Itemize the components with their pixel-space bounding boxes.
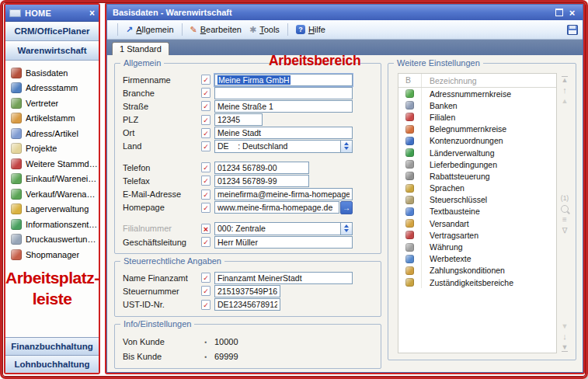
settings-item[interactable]: Vertragsarten <box>398 229 556 241</box>
window-titlebar[interactable]: Basisdaten - Warenwirtschaft <box>107 5 583 20</box>
sidebar-section-lohnbuchhaltung[interactable]: Lohnbuchhaltung <box>5 355 99 373</box>
sidebar-item[interactable]: Artikelstamm <box>5 111 99 127</box>
spinner-icon[interactable] <box>340 223 352 235</box>
filialnummer-select[interactable]: 000: Zentrale <box>214 222 353 235</box>
settings-item[interactable]: Lieferbedingungen <box>398 158 556 170</box>
list-icon[interactable] <box>562 216 567 224</box>
page-up-icon[interactable] <box>562 98 569 105</box>
lieferbedingungen-icon <box>405 160 414 169</box>
telefon-input[interactable] <box>214 162 309 174</box>
menu-bearbeiten[interactable]: Bearbeiten <box>186 23 245 36</box>
sidebar-close-icon[interactable] <box>89 9 95 18</box>
settings-item[interactable]: Textbausteine <box>398 206 556 217</box>
sidebar-bottom-sections: Finanzbuchhaltung Lohnbuchhaltung <box>5 337 99 373</box>
settings-item[interactable]: Werbetexte <box>398 253 556 265</box>
locked-note-icon[interactable] <box>201 224 210 234</box>
sidebar-item[interactable]: Projekte <box>5 141 99 157</box>
edit-note-icon[interactable] <box>201 190 210 200</box>
edit-note-icon[interactable] <box>201 176 210 186</box>
edit-note-icon[interactable] <box>201 273 210 283</box>
sidebar-section-crm-officeplaner[interactable]: CRM/OfficePlaner <box>5 22 99 41</box>
settings-item[interactable]: Rabattsteuerung <box>398 170 556 182</box>
sidebar-item[interactable]: Lagerverwaltung <box>5 202 99 217</box>
sidebar-section-warenwirtschaft[interactable]: Warenwirtschaft <box>5 41 99 61</box>
edit-note-icon[interactable] <box>201 115 210 125</box>
sidebar-item[interactable]: Vertreter <box>5 96 99 111</box>
sidebar: HOME CRM/OfficePlaner Warenwirtschaft Ba… <box>4 3 100 374</box>
branche-input[interactable] <box>214 87 353 99</box>
settings-item[interactable]: Währung <box>398 241 556 252</box>
verkauf-warenausgang-icon <box>11 189 22 200</box>
sidebar-item[interactable]: Informationszentrum <box>5 217 99 232</box>
save-icon[interactable] <box>567 25 578 35</box>
settings-item[interactable]: Zahlungskonditionen <box>398 265 556 276</box>
settings-item[interactable]: Versandart <box>398 217 556 229</box>
sidebar-annotation: Arbeitsplatz- leiste <box>5 267 99 309</box>
restore-glyph <box>555 9 563 16</box>
email-input[interactable] <box>214 188 353 200</box>
search-icon[interactable] <box>561 205 569 213</box>
field-label-bis-kunde: Bis Kunde <box>123 352 201 361</box>
home-icon <box>9 9 21 17</box>
settings-item[interactable]: Zuständigkeitsbereiche <box>398 276 556 288</box>
menu-hilfe[interactable]: Hilfe <box>292 23 329 36</box>
sidebar-item[interactable]: Adressstamm <box>5 81 99 96</box>
ort-input[interactable] <box>214 127 353 139</box>
close-icon[interactable] <box>565 7 579 18</box>
scroll-top-icon[interactable] <box>562 76 569 84</box>
ustid-input[interactable] <box>214 298 280 311</box>
settings-item[interactable]: Filialen <box>398 111 556 123</box>
firmenname-input[interactable]: Meine Firma GmbH <box>214 74 353 86</box>
settings-item[interactable]: Kontenzuordnungen <box>398 135 556 147</box>
sidebar-item[interactable]: Shopmanager <box>5 247 99 263</box>
sidebar-item[interactable]: Druckauswertungen <box>5 232 99 248</box>
sidebar-item[interactable]: Basisdaten <box>5 65 99 81</box>
restore-icon[interactable] <box>552 7 565 18</box>
settings-item[interactable]: Belegnummernkreise <box>398 123 556 135</box>
open-homepage-icon[interactable] <box>340 201 353 214</box>
scroll-bottom-icon[interactable] <box>562 344 569 352</box>
sidebar-item[interactable]: Adress/Artikel <box>5 126 99 141</box>
tab-standard[interactable]: 1 Standard <box>112 42 169 55</box>
telefax-input[interactable] <box>214 175 309 187</box>
settings-item[interactable]: Steuerschlüssel <box>398 194 556 206</box>
filter-icon[interactable] <box>562 227 568 235</box>
settings-item[interactable]: Sprachen <box>398 183 556 194</box>
land-select[interactable]: DE : Deutschland <box>214 140 353 153</box>
sidebar-item[interactable]: Einkauf/Wareneingang <box>5 172 99 187</box>
edit-note-icon[interactable] <box>201 101 210 111</box>
edit-note-icon[interactable] <box>201 162 210 172</box>
edit-note-icon[interactable] <box>201 300 210 310</box>
sidebar-section-finanzbuchhaltung[interactable]: Finanzbuchhaltung <box>5 337 99 355</box>
settings-item[interactable]: Adressnummernkreise <box>398 88 556 99</box>
arrow-icon <box>126 26 133 34</box>
field-label-von-kunde: Von Kunde <box>123 337 201 346</box>
settings-item-icon-cell <box>398 111 422 123</box>
edit-note-icon[interactable] <box>201 88 210 98</box>
menu-allgemein[interactable]: Allgemein <box>122 23 178 36</box>
edit-note-icon[interactable] <box>201 75 210 85</box>
sidebar-item[interactable]: Weitere Stammdaten <box>5 156 99 172</box>
menu-tools[interactable]: Tools <box>245 23 284 36</box>
strasse-input[interactable] <box>214 100 353 113</box>
steuernummer-input[interactable] <box>214 285 280 297</box>
edit-note-icon[interactable] <box>201 237 210 247</box>
homepage-input[interactable] <box>214 201 339 214</box>
lagerverwaltung-icon <box>11 203 22 214</box>
sidebar-item[interactable]: Verkauf/Warenausgang <box>5 186 99 202</box>
edit-note-icon[interactable] <box>201 203 210 213</box>
settings-item-icon-cell <box>398 135 422 147</box>
settings-item[interactable]: Länderverwaltung <box>398 147 556 158</box>
vertragsarten-icon <box>405 231 414 239</box>
edit-note-icon[interactable] <box>201 141 210 151</box>
edit-note-icon[interactable] <box>201 128 210 138</box>
settings-item[interactable]: Banken <box>398 99 556 111</box>
move-up-icon[interactable] <box>562 87 567 95</box>
edit-note-icon[interactable] <box>201 286 210 296</box>
page-down-icon[interactable] <box>562 323 569 330</box>
move-down-icon[interactable] <box>562 333 567 341</box>
finanzamt-input[interactable] <box>214 272 353 284</box>
geschaeftsleitung-input[interactable] <box>214 236 353 249</box>
plz-input[interactable] <box>214 113 263 126</box>
spinner-icon[interactable] <box>340 141 352 152</box>
